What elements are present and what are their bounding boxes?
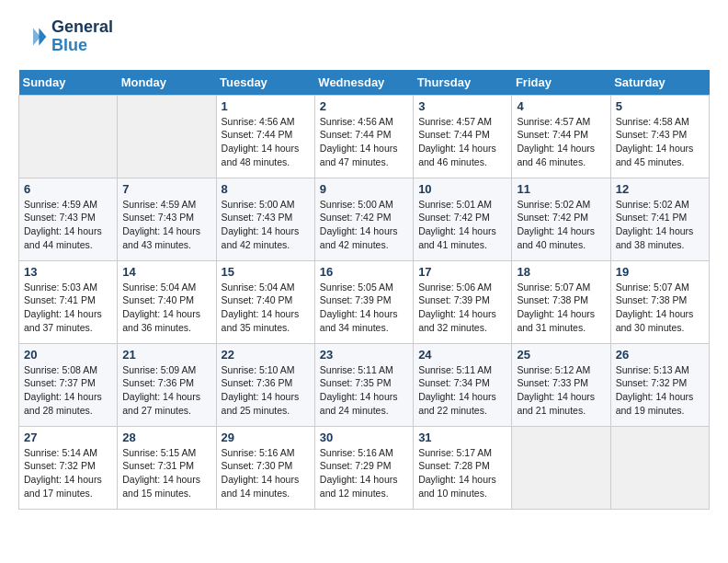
day-number: 9 [320,182,408,196]
calendar-cell: 3Sunrise: 4:57 AMSunset: 7:44 PMDaylight… [414,95,512,178]
cell-content: Sunrise: 5:08 AMSunset: 7:37 PMDaylight:… [24,363,112,418]
calendar-cell: 25Sunrise: 5:12 AMSunset: 7:33 PMDayligh… [512,343,610,426]
cell-content: Sunrise: 5:10 AMSunset: 7:36 PMDaylight:… [222,363,310,418]
calendar-cell: 15Sunrise: 5:04 AMSunset: 7:40 PMDayligh… [216,260,314,343]
calendar-cell [118,95,216,178]
cell-content: Sunrise: 5:02 AMSunset: 7:41 PMDaylight:… [616,198,704,252]
week-row-3: 13Sunrise: 5:03 AMSunset: 7:41 PMDayligh… [19,260,710,343]
calendar-cell: 7Sunrise: 4:59 AMSunset: 7:43 PMDaylight… [118,178,216,260]
calendar-cell: 27Sunrise: 5:14 AMSunset: 7:32 PMDayligh… [19,426,118,509]
cell-content: Sunrise: 4:57 AMSunset: 7:44 PMDaylight:… [517,115,605,169]
weekday-header-monday: Monday [118,70,216,96]
weekday-header-tuesday: Tuesday [216,70,314,96]
calendar-cell: 9Sunrise: 5:00 AMSunset: 7:42 PMDaylight… [314,178,413,260]
week-row-5: 27Sunrise: 5:14 AMSunset: 7:32 PMDayligh… [19,426,710,509]
calendar-cell: 11Sunrise: 5:02 AMSunset: 7:42 PMDayligh… [512,178,610,260]
calendar-cell: 4Sunrise: 4:57 AMSunset: 7:44 PMDaylight… [512,95,610,178]
calendar-cell: 29Sunrise: 5:16 AMSunset: 7:30 PMDayligh… [216,426,314,509]
day-number: 8 [222,182,310,196]
day-number: 25 [517,348,605,362]
calendar-cell: 12Sunrise: 5:02 AMSunset: 7:41 PMDayligh… [610,178,709,260]
calendar-table: SundayMondayTuesdayWednesdayThursdayFrid… [18,70,710,510]
day-number: 23 [320,348,408,362]
calendar-cell: 16Sunrise: 5:05 AMSunset: 7:39 PMDayligh… [314,260,413,343]
weekday-header-saturday: Saturday [610,70,709,96]
cell-content: Sunrise: 5:00 AMSunset: 7:43 PMDaylight:… [222,198,310,252]
weekday-header-friday: Friday [512,70,610,96]
calendar-cell: 24Sunrise: 5:11 AMSunset: 7:34 PMDayligh… [414,343,512,426]
day-number: 21 [122,348,210,362]
calendar-cell: 2Sunrise: 4:56 AMSunset: 7:44 PMDaylight… [314,95,413,178]
cell-content: Sunrise: 5:06 AMSunset: 7:39 PMDaylight:… [418,281,506,335]
cell-content: Sunrise: 5:01 AMSunset: 7:42 PMDaylight:… [418,198,506,252]
day-number: 22 [222,348,310,362]
day-number: 20 [24,348,112,362]
day-number: 14 [122,265,210,279]
day-number: 11 [517,182,605,196]
calendar-cell: 20Sunrise: 5:08 AMSunset: 7:37 PMDayligh… [19,343,118,426]
cell-content: Sunrise: 5:16 AMSunset: 7:29 PMDaylight:… [320,446,408,500]
calendar-cell: 21Sunrise: 5:09 AMSunset: 7:36 PMDayligh… [118,343,216,426]
day-number: 5 [616,99,704,113]
calendar-cell: 22Sunrise: 5:10 AMSunset: 7:36 PMDayligh… [216,343,314,426]
week-row-2: 6Sunrise: 4:59 AMSunset: 7:43 PMDaylight… [19,178,710,260]
cell-content: Sunrise: 5:05 AMSunset: 7:39 PMDaylight:… [320,281,408,335]
day-number: 7 [122,182,210,196]
day-number: 3 [418,99,506,113]
day-number: 18 [517,265,605,279]
day-number: 13 [24,265,112,279]
day-number: 28 [122,431,210,444]
calendar-cell [512,426,610,509]
calendar-cell: 14Sunrise: 5:04 AMSunset: 7:40 PMDayligh… [118,260,216,343]
weekday-header-thursday: Thursday [414,70,512,96]
day-number: 4 [517,99,605,113]
day-number: 31 [418,431,506,444]
week-row-1: 1Sunrise: 4:56 AMSunset: 7:44 PMDaylight… [19,95,710,178]
calendar-cell: 18Sunrise: 5:07 AMSunset: 7:38 PMDayligh… [512,260,610,343]
calendar-cell: 23Sunrise: 5:11 AMSunset: 7:35 PMDayligh… [314,343,413,426]
day-number: 10 [418,182,506,196]
weekday-header-wednesday: Wednesday [314,70,413,96]
cell-content: Sunrise: 5:04 AMSunset: 7:40 PMDaylight:… [122,281,210,335]
cell-content: Sunrise: 5:12 AMSunset: 7:33 PMDaylight:… [517,363,605,418]
cell-content: Sunrise: 5:00 AMSunset: 7:42 PMDaylight:… [320,198,408,252]
cell-content: Sunrise: 5:03 AMSunset: 7:41 PMDaylight:… [24,281,112,335]
logo-text: General Blue [51,18,113,55]
calendar-cell: 8Sunrise: 5:00 AMSunset: 7:43 PMDaylight… [216,178,314,260]
cell-content: Sunrise: 4:59 AMSunset: 7:43 PMDaylight:… [24,198,112,252]
calendar-cell: 10Sunrise: 5:01 AMSunset: 7:42 PMDayligh… [414,178,512,260]
cell-content: Sunrise: 4:56 AMSunset: 7:44 PMDaylight:… [320,115,408,169]
day-number: 12 [616,182,704,196]
calendar-cell: 26Sunrise: 5:13 AMSunset: 7:32 PMDayligh… [610,343,709,426]
cell-content: Sunrise: 5:11 AMSunset: 7:35 PMDaylight:… [320,363,408,418]
cell-content: Sunrise: 4:59 AMSunset: 7:43 PMDaylight:… [122,198,210,252]
day-number: 17 [418,265,506,279]
cell-content: Sunrise: 5:07 AMSunset: 7:38 PMDaylight:… [616,281,704,335]
day-number: 15 [222,265,310,279]
weekday-header-sunday: Sunday [19,70,118,96]
day-number: 27 [24,431,112,444]
cell-content: Sunrise: 5:11 AMSunset: 7:34 PMDaylight:… [418,363,506,418]
weekday-header-row: SundayMondayTuesdayWednesdayThursdayFrid… [19,70,710,96]
week-row-4: 20Sunrise: 5:08 AMSunset: 7:37 PMDayligh… [19,343,710,426]
cell-content: Sunrise: 5:04 AMSunset: 7:40 PMDaylight:… [222,281,310,335]
calendar-cell: 19Sunrise: 5:07 AMSunset: 7:38 PMDayligh… [610,260,709,343]
cell-content: Sunrise: 5:13 AMSunset: 7:32 PMDaylight:… [616,363,704,418]
calendar-cell [19,95,118,178]
calendar-cell: 13Sunrise: 5:03 AMSunset: 7:41 PMDayligh… [19,260,118,343]
cell-content: Sunrise: 5:17 AMSunset: 7:28 PMDaylight:… [418,446,506,500]
cell-content: Sunrise: 5:14 AMSunset: 7:32 PMDaylight:… [24,446,112,500]
calendar-cell: 6Sunrise: 4:59 AMSunset: 7:43 PMDaylight… [19,178,118,260]
day-number: 26 [616,348,704,362]
day-number: 29 [222,431,310,444]
calendar-cell: 5Sunrise: 4:58 AMSunset: 7:43 PMDaylight… [610,95,709,178]
day-number: 30 [320,431,408,444]
cell-content: Sunrise: 4:57 AMSunset: 7:44 PMDaylight:… [418,115,506,169]
calendar-cell: 17Sunrise: 5:06 AMSunset: 7:39 PMDayligh… [414,260,512,343]
cell-content: Sunrise: 5:07 AMSunset: 7:38 PMDaylight:… [517,281,605,335]
calendar-cell [610,426,709,509]
calendar-cell: 1Sunrise: 4:56 AMSunset: 7:44 PMDaylight… [216,95,314,178]
cell-content: Sunrise: 4:58 AMSunset: 7:43 PMDaylight:… [616,115,704,169]
calendar-cell: 30Sunrise: 5:16 AMSunset: 7:29 PMDayligh… [314,426,413,509]
page-header: General Blue [18,18,710,55]
